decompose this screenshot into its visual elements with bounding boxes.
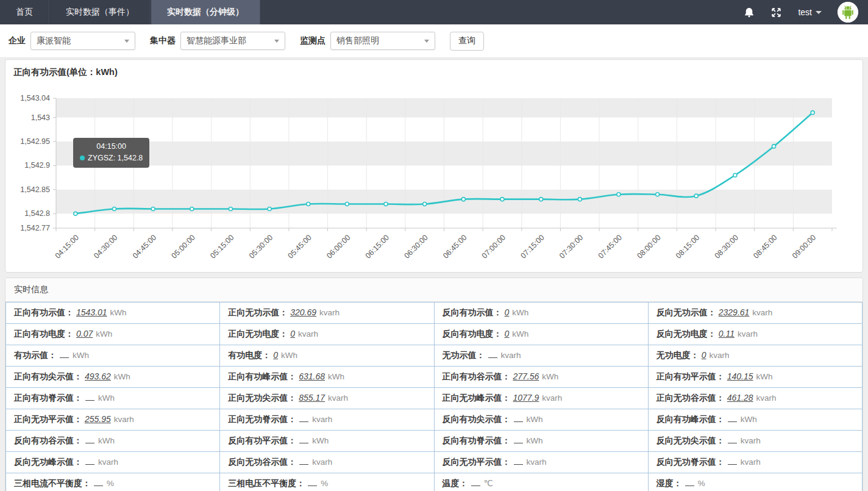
- metric-label: 正向无功尖示值：: [228, 393, 296, 403]
- metric-label: 无功示值：: [443, 350, 485, 360]
- svg-text:1,543: 1,543: [31, 113, 50, 122]
- svg-text:1,542.9: 1,542.9: [24, 161, 50, 170]
- metric-value-link[interactable]: 1077.9: [513, 393, 539, 403]
- metric-value-link[interactable]: 493.62: [85, 371, 111, 381]
- metric-unit: kWh: [512, 329, 528, 339]
- metric-label: 反向无功平示值：: [443, 457, 511, 467]
- metric-cell: 反向无功电度：0.11kvarh: [648, 324, 862, 345]
- metric-cell: 反向有功电度：0kWh: [434, 324, 648, 345]
- metric-unit: kvarh: [738, 329, 758, 339]
- svg-text:1,543.04: 1,543.04: [20, 94, 50, 102]
- svg-text:09:00:00: 09:00:00: [791, 233, 817, 260]
- query-button[interactable]: 查询: [450, 32, 484, 51]
- metric-cell: 无功示值：kvarh: [434, 345, 648, 367]
- svg-text:04:30:00: 04:30:00: [92, 233, 119, 260]
- svg-text:06:00:00: 06:00:00: [325, 233, 352, 260]
- metric-value-link[interactable]: 0: [505, 307, 510, 317]
- concentrator-select[interactable]: 智慧能源事业部: [180, 32, 285, 50]
- metric-cell: 正向无功尖示值：855.17kvarh: [220, 388, 434, 409]
- svg-text:06:30:00: 06:30:00: [402, 233, 429, 260]
- svg-text:06:45:00: 06:45:00: [441, 233, 468, 260]
- metric-value-link[interactable]: 461.28: [727, 393, 753, 403]
- tab-realtime-event[interactable]: 实时数据（事件）: [49, 0, 151, 24]
- metric-value-link[interactable]: 0: [273, 350, 278, 360]
- empty-value-placeholder: [94, 480, 103, 487]
- enterprise-select[interactable]: 康派智能: [30, 32, 135, 50]
- metric-value-link[interactable]: 320.69: [290, 307, 316, 317]
- metric-value-link[interactable]: 1543.01: [76, 307, 107, 317]
- metric-unit: %: [698, 479, 705, 488]
- line-chart: 1,542.771,542.81,542.851,542.91,542.951,…: [5, 81, 863, 263]
- metric-unit: kvarh: [319, 308, 340, 317]
- user-avatar-android-icon[interactable]: [838, 2, 858, 23]
- metric-cell: 正向无功示值：320.69kvarh: [220, 303, 434, 324]
- metric-label: 反向有功示值：: [443, 307, 502, 317]
- svg-text:1,542.85: 1,542.85: [20, 185, 50, 194]
- empty-value-placeholder: [728, 459, 737, 465]
- metric-value-link[interactable]: 277.56: [513, 371, 539, 381]
- metric-label: 反向有功脊示值：: [443, 435, 511, 445]
- metric-value-link[interactable]: 140.15: [727, 371, 753, 381]
- metric-label: 正向有功谷示值：: [443, 371, 511, 381]
- metric-cell: 正向有功平示值：140.15kWh: [648, 367, 862, 388]
- metric-value-link[interactable]: 255.95: [85, 414, 111, 424]
- table-row: 正向有功尖示值：493.62kWh正向有功峰示值：631.68kWh正向有功谷示…: [6, 367, 863, 388]
- metric-cell: 三相电流不平衡度：%: [6, 473, 220, 491]
- table-row: 反向无功峰示值：kvarh反向无功谷示值：kvarh反向无功平示值：kvarh反…: [6, 452, 863, 473]
- metric-unit: kWh: [281, 351, 297, 360]
- svg-text:04:45:00: 04:45:00: [131, 233, 158, 260]
- monitor-point-select[interactable]: 销售部照明: [330, 32, 435, 50]
- chart-panel: 正向有功示值(单位：kWh) 1,542.771,542.81,542.851,…: [5, 59, 863, 273]
- metric-cell: 有功示值：kWh: [6, 345, 220, 367]
- metric-label: 正向无功平示值：: [14, 414, 82, 424]
- empty-value-placeholder: [85, 395, 94, 401]
- info-panel-title: 实时信息: [5, 278, 863, 302]
- metric-cell: 正向无功电度：0kvarh: [220, 324, 434, 345]
- metric-unit: kWh: [312, 436, 329, 445]
- empty-value-placeholder: [488, 352, 497, 359]
- metric-value-link[interactable]: 631.68: [299, 371, 325, 381]
- metric-unit: kWh: [741, 415, 757, 424]
- metric-cell: 反向有功谷示值：kWh: [6, 431, 220, 452]
- notification-bell-icon[interactable]: [744, 7, 755, 18]
- metric-value-link[interactable]: 0: [702, 350, 706, 360]
- svg-text:07:45:00: 07:45:00: [597, 233, 624, 260]
- metric-unit: ℃: [484, 479, 493, 488]
- metric-cell: 反向有功脊示值：kWh: [434, 431, 648, 452]
- tab-home[interactable]: 首页: [0, 0, 49, 24]
- metric-unit: kvarh: [542, 393, 562, 403]
- svg-text:06:15:00: 06:15:00: [364, 233, 391, 260]
- metric-label: 反向无功峰示值：: [14, 457, 82, 467]
- metric-unit: kvarh: [527, 457, 547, 467]
- metric-label: 温度：: [443, 478, 468, 488]
- metric-value-link[interactable]: 0.07: [76, 329, 93, 339]
- metric-value-link[interactable]: 2329.61: [719, 307, 750, 317]
- user-menu[interactable]: test: [798, 7, 822, 17]
- fullscreen-icon[interactable]: [770, 7, 782, 18]
- metric-value-link[interactable]: 0: [505, 329, 510, 339]
- monitor-point-label: 监测点: [300, 35, 326, 46]
- metric-label: 反向有功尖示值：: [443, 414, 511, 424]
- metric-cell: 湿度：%: [648, 473, 862, 491]
- svg-text:08:15:00: 08:15:00: [674, 233, 701, 260]
- metric-cell: 无功电度：0kvarh: [648, 345, 862, 367]
- metric-unit: kWh: [512, 308, 528, 317]
- metric-unit: kWh: [73, 351, 89, 360]
- svg-text:1,542.8: 1,542.8: [24, 209, 50, 218]
- dropdown-caret-icon: [424, 40, 429, 43]
- svg-text:05:00:00: 05:00:00: [170, 233, 197, 260]
- metric-label: 三相电压不平衡度：: [228, 478, 305, 488]
- metric-label: 正向无功电度：: [228, 329, 288, 339]
- tab-realtime-minute[interactable]: 实时数据（分钟级）: [151, 0, 260, 24]
- enterprise-selected-value: 康派智能: [37, 35, 71, 46]
- metric-unit: kvarh: [752, 308, 772, 317]
- top-navbar: 首页实时数据（事件）实时数据（分钟级） test: [0, 0, 868, 24]
- metric-value-link[interactable]: 0.11: [719, 329, 735, 339]
- empty-value-placeholder: [471, 480, 480, 487]
- metric-value-link[interactable]: 855.17: [299, 393, 325, 403]
- table-row: 反向有功谷示值：kWh反向有功平示值：kWh反向有功脊示值：kWh反向无功尖示值…: [6, 431, 863, 452]
- info-table: 正向有功示值：1543.01kWh正向无功示值：320.69kvarh反向有功示…: [5, 302, 863, 491]
- metric-cell: 有功电度：0kWh: [220, 345, 434, 367]
- table-row: 正向有功电度：0.07kWh正向无功电度：0kvarh反向有功电度：0kWh反向…: [6, 324, 863, 345]
- metric-value-link[interactable]: 0: [290, 329, 295, 339]
